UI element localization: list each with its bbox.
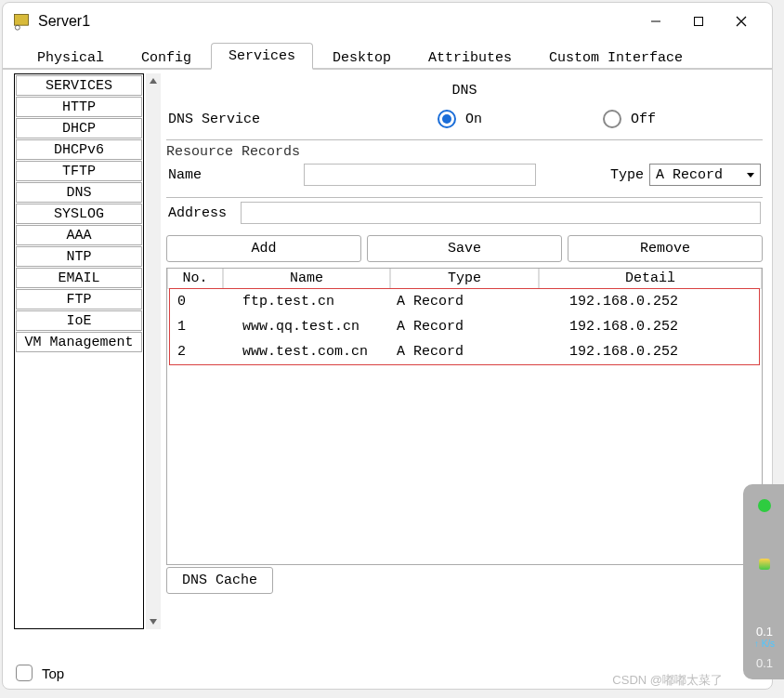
svg-marker-7 [150,619,157,625]
name-label: Name [168,167,215,183]
col-name[interactable]: Name [223,269,390,289]
sidebar-item-email[interactable]: EMAIL [16,268,142,288]
tab-custom-interface[interactable]: Custom Interface [531,45,700,70]
table-row[interactable]: 0ftp.test.cnA Record192.168.0.252 [170,289,759,314]
sidebar-item-dns[interactable]: DNS [16,182,142,203]
tab-services[interactable]: Services [211,43,313,70]
dns-on-label: On [465,112,482,127]
cell-name: www.test.com.cn [226,342,393,362]
cell-no: 2 [172,342,226,362]
sidebar-item-services[interactable]: SERVICES [16,75,142,96]
dns-off-label: Off [631,112,656,127]
table-row[interactable]: 1www.qq.test.cnA Record192.168.0.252 [170,314,759,339]
cell-type: A Record [393,342,542,362]
tabbar: PhysicalConfigServicesDesktopAttributesC… [3,40,772,70]
type-select[interactable]: A Record [649,164,761,186]
top-label: Top [42,665,64,681]
svg-rect-3 [695,18,703,26]
svg-rect-0 [15,15,29,26]
app-window: Server1 PhysicalConfigServicesDesktopAtt… [2,2,773,690]
status-dot-icon [758,499,771,512]
sidebar-item-ntp[interactable]: NTP [16,246,142,267]
dns-on-radio[interactable] [438,110,456,128]
tab-config[interactable]: Config [124,45,209,70]
dns-service-label: DNS Service [168,112,345,127]
cell-no: 0 [172,292,226,311]
scroll-down-icon[interactable] [146,614,161,629]
speed-value-1: 0.1 [756,625,773,639]
scroll-up-icon[interactable] [146,73,161,88]
cell-type: A Record [393,292,542,311]
sidebar-item-tftp[interactable]: TFTP [16,161,142,181]
sidebar-item-syslog[interactable]: SYSLOG [16,204,142,224]
titlebar: Server1 [3,3,772,40]
add-button[interactable]: Add [166,235,361,262]
services-sidebar: SERVICESHTTPDHCPDHCPv6TFTPDNSSYSLOGAAANT… [14,73,144,629]
minimize-button[interactable] [634,7,677,36]
close-button[interactable] [720,7,763,36]
cell-detail: 192.168.0.252 [542,292,757,311]
type-label: Type [610,167,644,183]
save-button[interactable]: Save [367,235,562,262]
sidebar-item-ioe[interactable]: IoE [16,310,142,331]
floating-sidepanel[interactable]: 0.1 ↑ K/s 0.1 [743,484,784,679]
remove-button[interactable]: Remove [568,235,763,262]
sidebar-item-dhcp[interactable]: DHCP [16,118,142,138]
speed-value-2: 0.1 [756,656,773,670]
resource-records-label: Resource Records [166,144,763,160]
table-row[interactable]: 2www.test.com.cnA Record192.168.0.252 [170,339,759,364]
tab-attributes[interactable]: Attributes [411,45,529,70]
speed-unit: ↑ K/s [754,639,775,649]
name-input[interactable] [304,164,536,186]
sidebar-scrollbar[interactable] [146,73,161,629]
cell-type: A Record [393,317,542,336]
dns-off-radio[interactable] [603,110,621,128]
cell-no: 1 [172,317,226,336]
server-icon [12,12,31,31]
page-title: DNS [166,73,763,110]
table-header: No. Name Type Detail [167,269,762,289]
records-table: No. Name Type Detail 0ftp.test.cnA Recor… [166,268,763,565]
status-square-icon [759,559,770,570]
cell-name: www.qq.test.cn [226,317,393,336]
sidebar-item-http[interactable]: HTTP [16,97,142,117]
cell-name: ftp.test.cn [226,292,393,311]
window-title: Server1 [38,13,90,30]
address-input[interactable] [241,202,761,224]
dns-cache-button[interactable]: DNS Cache [166,567,273,594]
sidebar-item-aaa[interactable]: AAA [16,225,142,245]
address-label: Address [168,205,237,221]
type-select-value: A Record [656,167,723,183]
col-no[interactable]: No. [167,269,223,289]
sidebar-item-ftp[interactable]: FTP [16,289,142,309]
svg-marker-6 [150,78,157,84]
sidebar-item-vm-management[interactable]: VM Management [16,332,142,352]
tab-desktop[interactable]: Desktop [315,45,409,70]
watermark: CSDN @嘟嘟太菜了 [612,672,723,689]
main-panel: DNS DNS Service On Off Resource Records [166,73,763,650]
tab-physical[interactable]: Physical [20,45,122,70]
top-checkbox[interactable] [16,665,33,681]
col-type[interactable]: Type [390,269,539,289]
svg-point-1 [15,25,20,30]
cell-detail: 192.168.0.252 [542,317,757,336]
cell-detail: 192.168.0.252 [542,342,757,362]
sidebar-item-dhcpv6[interactable]: DHCPv6 [16,139,142,160]
col-detail[interactable]: Detail [539,269,762,289]
maximize-button[interactable] [677,7,720,36]
